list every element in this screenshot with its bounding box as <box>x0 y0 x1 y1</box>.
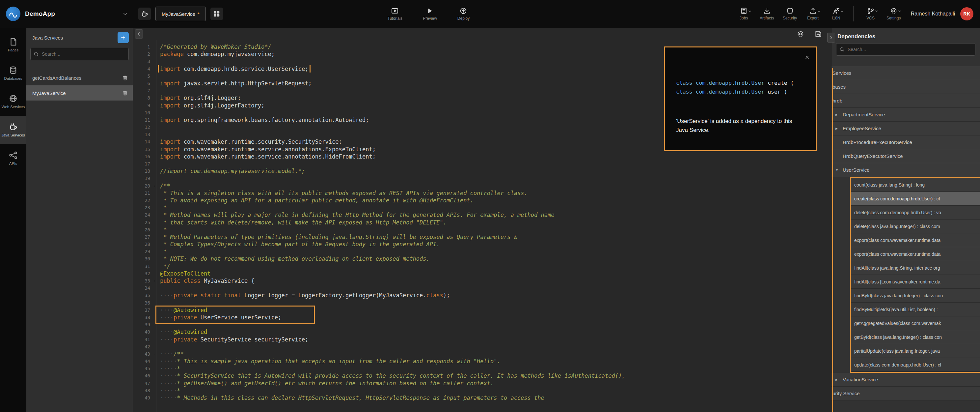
line-number: 27 <box>133 233 151 241</box>
code-line: 46·····* SecurityService that is Autowir… <box>133 372 831 379</box>
deploy-button[interactable]: Deploy <box>457 7 469 21</box>
gutter-space <box>151 204 158 211</box>
project-switcher[interactable]: DemoApp <box>0 6 133 21</box>
tree-item-userservice[interactable]: ▼UserService <box>832 163 980 177</box>
gear-icon <box>890 7 897 14</box>
tree-item-vacationservice[interactable]: ▶VacationService <box>832 373 980 386</box>
gutter-space <box>151 72 158 80</box>
delete-service-button[interactable] <box>122 75 128 81</box>
tree-method-update-class-com-demoapp-hrdb-user-cl[interactable]: update(class com.demoapp.hrdb.User) : cl <box>851 358 980 372</box>
tree-method-delete-class-com-demoapp-hrdb-user-vo[interactable]: delete(class com.demoapp.hrdb.User) : vo <box>851 206 980 219</box>
grid-icon-button[interactable] <box>210 8 223 20</box>
artifacts-button[interactable]: Artifacts <box>760 7 774 21</box>
action-label: Deploy <box>457 16 469 21</box>
code-line: 41····private SecurityService securitySe… <box>133 336 831 343</box>
line-number: 48 <box>133 387 151 394</box>
rail-item-apis[interactable]: APIs <box>0 144 26 172</box>
rail-item-web-services[interactable]: Web Services <box>0 87 26 116</box>
service-item-getcardsandbalances[interactable]: getCardsAndBalances <box>26 70 133 85</box>
collapse-left-panel-button[interactable] <box>135 29 143 38</box>
line-number: 46 <box>133 372 151 379</box>
tree-method-getbyid-class-java-lang-integer-class-con[interactable]: getById(class java.lang.Integer) : class… <box>851 330 980 344</box>
gutter-space <box>151 321 158 328</box>
code-line: 45·····* <box>133 365 831 372</box>
tree-method-findall-class-lcom-wavemaker-runtime-da[interactable]: findAll(class [Lcom.wavemaker.runtime.da <box>851 275 980 289</box>
tree-item-services[interactable]: Services <box>832 66 980 80</box>
security-button[interactable]: Security <box>783 7 797 21</box>
topbar-actions: TutorialsPreviewDeploy <box>388 7 470 21</box>
tutorials-button[interactable]: Tutorials <box>388 7 403 21</box>
code-line: 17 <box>133 160 831 168</box>
code-text: * Method Parameters of type primitives (… <box>158 233 831 241</box>
dependencies-search-input[interactable] <box>836 43 975 56</box>
tree-item-bases[interactable]: bases <box>832 80 980 94</box>
rail-item-databases[interactable]: Databases <box>0 59 26 87</box>
line-number: 32 <box>133 270 151 277</box>
i18n-button[interactable]: I18N <box>829 7 843 21</box>
tree-method-partialupdate-class-java-lang-integer-java[interactable]: partialUpdate(class java.lang.Integer, j… <box>851 344 980 358</box>
tree-method-export-class-com-wavemaker-runtime-data[interactable]: export(class com.wavemaker.runtime.data <box>851 233 980 247</box>
vcs-button[interactable]: VCS <box>864 7 878 21</box>
rail-item-java-services[interactable]: Java Services <box>0 116 26 144</box>
settings-button[interactable]: Settings <box>886 7 901 21</box>
tool-label: Jobs <box>740 16 748 21</box>
chevron-down-icon <box>875 9 878 13</box>
collapse-right-panel-button[interactable] <box>827 33 835 43</box>
tree-method-findbyid-class-java-lang-integer-class-con[interactable]: findById(class java.lang.Integer) : clas… <box>851 289 980 303</box>
tree-method-getaggregatedvalues-class-com-wavemak[interactable]: getAggregatedValues(class com.wavemak <box>851 316 980 330</box>
services-search-input[interactable] <box>30 48 129 60</box>
gutter-space <box>151 50 158 57</box>
wavemaker-studio: DemoApp MyJavaService * TutorialsPreview… <box>0 0 980 412</box>
tree-item-hrdbprocedureexecutorservice[interactable]: HrdbProcedureExecutorService <box>832 136 980 149</box>
topbar: DemoApp MyJavaService * TutorialsPreview… <box>0 0 980 28</box>
code-text <box>158 299 831 307</box>
gutter-space <box>151 336 158 343</box>
line-number: 45 <box>133 365 151 372</box>
tree-method-findbymultipleids-java-util-list-boolean[interactable]: findByMultipleIds(java.util.List, boolea… <box>851 303 980 316</box>
tab-myjavaservice[interactable]: MyJavaService * <box>156 6 206 21</box>
tree-item-hrdb[interactable]: hrdb <box>832 94 980 108</box>
rail-item-pages[interactable]: Pages <box>0 31 26 59</box>
chevron-down-icon[interactable] <box>123 11 128 16</box>
service-settings-button[interactable] <box>797 30 804 38</box>
tree-item-urity-service[interactable]: urity Service <box>832 386 980 401</box>
tree-method-delete-class-java-lang-integer-class-com[interactable]: delete(class java.lang.Integer) : class … <box>851 219 980 233</box>
service-type-icon-button[interactable] <box>138 8 151 20</box>
tree-item-label: VacationService <box>843 373 878 386</box>
code-text: * Method names will play a major role in… <box>158 211 831 219</box>
code-text: ····private UserService userService; <box>158 314 831 321</box>
code-line: 36 <box>133 299 831 307</box>
gutter-space <box>151 314 158 321</box>
delete-service-button[interactable] <box>122 90 128 96</box>
tree-item-employeeservice[interactable]: ▶EmployeeService <box>832 121 980 136</box>
save-button[interactable] <box>815 30 822 38</box>
tree-method-findall-class-java-lang-string-interface-o[interactable]: findAll(class java.lang.String, interfac… <box>851 261 980 275</box>
chevron-down-icon <box>840 9 844 13</box>
tree-item-hrdbqueryexecutorservice[interactable]: HrdbQueryExecutorService <box>832 149 980 163</box>
preview-button[interactable]: Preview <box>423 7 437 21</box>
rail-item-label: Databases <box>4 77 22 81</box>
avatar[interactable]: RK <box>960 7 974 21</box>
code-line: 38····private UserService userService; <box>133 314 831 321</box>
tool-label: I18N <box>832 16 840 21</box>
tree-method-export-class-com-wavemaker-runtime-data[interactable]: export(class com.wavemaker.runtime.data <box>851 247 980 261</box>
gutter-space <box>151 241 158 248</box>
jobs-button[interactable]: Jobs <box>737 7 751 21</box>
line-number: 40 <box>133 328 151 335</box>
export-button[interactable]: Export <box>806 7 820 21</box>
panel-title: Java Services <box>32 35 118 40</box>
tree-item-departmentservice[interactable]: ▶DepartmentService <box>832 108 980 121</box>
close-button[interactable] <box>805 55 810 60</box>
line-number: 42 <box>133 343 151 350</box>
fold-icon: - <box>151 182 158 190</box>
import-highlight-box: import com.demoapp.hrdb.service.UserServ… <box>160 65 308 72</box>
tree-method-create-class-com-demoapp-hrdb-user-cl[interactable]: create(class com.demoapp.hrdb.User) : cl <box>851 192 980 206</box>
popup-code-line: class com.demoapp.hrdb.User user ) <box>676 87 805 96</box>
gutter-space <box>151 372 158 379</box>
service-item-myjavaservice[interactable]: MyJavaService <box>26 85 133 101</box>
add-service-button[interactable] <box>118 32 129 43</box>
code-text: * NOTE: We do not recommend using method… <box>158 255 831 262</box>
user-menu[interactable]: Ramesh Kothapalli RK <box>911 7 974 21</box>
tree-method-count-class-java-lang-string-long[interactable]: count(class java.lang.String) : long <box>851 178 980 192</box>
line-number: 17 <box>133 160 151 168</box>
